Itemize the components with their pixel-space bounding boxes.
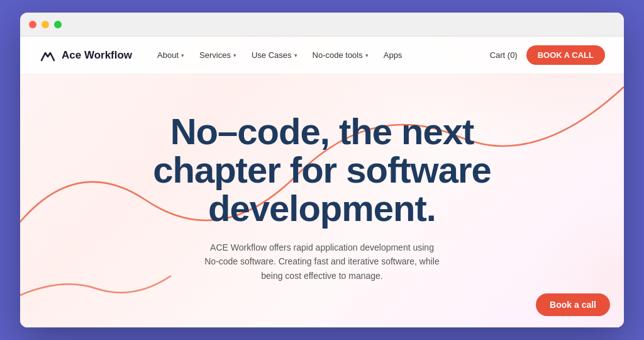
- browser-window: Ace Workflow About ▾ Services ▾ Use Case…: [20, 13, 624, 327]
- site-wrapper: Ace Workflow About ▾ Services ▾ Use Case…: [20, 37, 624, 327]
- nav-item-nocode-tools[interactable]: No-code tools ▾: [306, 47, 375, 64]
- hero-subtitle: ACE Workflow offers rapid application de…: [203, 241, 441, 283]
- nav-links: About ▾ Services ▾ Use Cases ▾ No-code t…: [151, 47, 490, 64]
- navbar: Ace Workflow About ▾ Services ▾ Use Case…: [20, 37, 624, 74]
- cart-label[interactable]: Cart (0): [490, 50, 518, 60]
- logo-text: Ace Workflow: [62, 49, 132, 62]
- nav-item-apps[interactable]: Apps: [377, 47, 409, 64]
- close-button-dot[interactable]: [29, 21, 36, 28]
- book-call-button[interactable]: BOOK A CALL: [526, 45, 605, 65]
- chevron-down-icon: ▾: [365, 52, 369, 59]
- nav-item-use-cases[interactable]: Use Cases ▾: [245, 47, 304, 64]
- logo[interactable]: Ace Workflow: [39, 47, 132, 64]
- chevron-down-icon: ▾: [181, 52, 184, 59]
- chevron-down-icon: ▾: [233, 52, 236, 59]
- browser-titlebar: [20, 13, 624, 37]
- nav-item-services[interactable]: Services ▾: [193, 47, 243, 64]
- hero-title: No–code, the next chapter for software d…: [102, 113, 542, 228]
- minimize-button-dot[interactable]: [42, 21, 49, 28]
- maximize-button-dot[interactable]: [54, 21, 62, 28]
- hero-section: No–code, the next chapter for software d…: [20, 74, 624, 327]
- browser-content: Ace Workflow About ▾ Services ▾ Use Case…: [20, 37, 624, 327]
- chevron-down-icon: ▾: [294, 52, 297, 59]
- nav-right: Cart (0) BOOK A CALL: [490, 45, 605, 65]
- bottom-book-call-button[interactable]: Book a call: [536, 293, 610, 316]
- logo-icon: [39, 47, 57, 64]
- nav-item-about[interactable]: About ▾: [151, 47, 191, 64]
